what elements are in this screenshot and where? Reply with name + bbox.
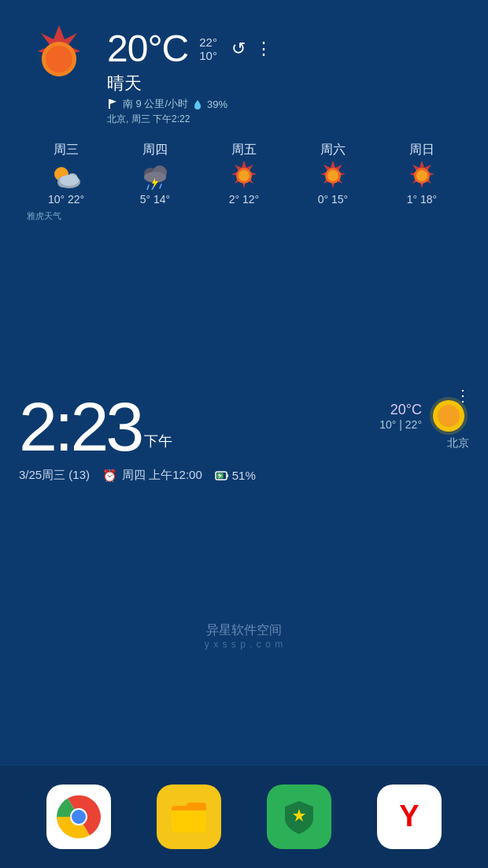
svg-point-30 [438,405,460,427]
svg-line-18 [160,184,161,188]
forecast-temp-2: 2° 12° [229,193,259,206]
forecast-icon-sunny-4 [405,161,439,190]
forecast-day-name-3: 周六 [320,142,346,158]
weather-high: 22° [199,35,217,49]
weather-widget: 20°C 22° 10° ↺ ⋮ 晴天 南 9 公里/小时 [24,24,464,222]
watermark-line1: 异星软件空间 [0,622,488,639]
weather-temp-row: 20°C 22° 10° ↺ ⋮ [107,27,464,70]
forecast-temp-1: 5° 14° [140,193,170,206]
clock-main-row: 2:23 下午 20°C 10° | 22° 北京 [19,386,469,462]
battery-icon [215,469,229,483]
forecast-row: 周三 10° 22° 周四 [24,142,464,206]
refresh-button[interactable]: ↺ [231,39,246,59]
forecast-icon-partly-cloudy [49,161,83,190]
alarm-time: 周四 上午12:00 [122,468,202,483]
weather-top: 20°C 22° 10° ↺ ⋮ 晴天 南 9 公里/小时 [24,24,464,126]
dock-files-icon[interactable] [157,785,221,849]
clock-battery: 51% [215,469,256,483]
forecast-day-name-4: 周日 [409,142,434,158]
svg-line-16 [147,185,149,190]
humidity-icon [193,98,202,109]
forecast-day-0: 周三 10° 22° [27,142,105,206]
clock-widget: ⋮ 2:23 下午 20°C 10° | 22° [19,386,469,483]
watermark: 异星软件空间 y x s s p . c o m [0,622,488,650]
forecast-day-4: 周日 1° 18° [383,142,461,206]
forecast-day-1: 周四 5° 14° [116,142,194,206]
clock-date: 3/25周三 (13) [19,468,90,483]
weather-hi-lo: 22° 10° [199,35,217,62]
forecast-day-name-1: 周四 [142,142,168,158]
weather-low: 10° [199,49,217,62]
forecast-day-name-2: 周五 [231,142,257,158]
wind-speed: 南 9 公里/小时 [123,97,188,111]
svg-rect-32 [227,474,228,477]
battery-percent: 51% [232,469,256,482]
dock-security-icon[interactable] [267,785,331,849]
forecast-temp-3: 0° 15° [318,193,348,206]
forecast-icon-thunder [138,161,172,190]
weather-location-time: 北京, 周三 下午2:22 [107,113,464,126]
weather-condition: 晴天 [107,72,464,95]
clock-weather-range: 10° | 22° [379,418,422,431]
weather-main-temp: 20°C [107,27,188,70]
clock-weather-temp: 20°C [379,402,422,418]
clock-more-button[interactable]: ⋮ [455,386,469,405]
clock-city: 北京 [447,436,469,451]
forecast-temp-0: 10° 22° [48,193,84,206]
svg-point-24 [327,170,338,181]
clock-alarm: ⏰ 周四 上午12:00 [102,468,202,483]
forecast-day-name-0: 周三 [54,142,79,158]
svg-point-36 [72,810,86,824]
clock-ampm: 下午 [144,432,172,451]
watermark-line2: y x s s p . c o m [0,639,488,650]
alarm-icon: ⏰ [102,469,117,483]
svg-marker-5 [110,99,116,104]
svg-rect-4 [109,99,110,109]
forecast-temp-4: 1° 18° [407,193,437,206]
clock-temp-group: 20°C 10° | 22° [379,402,422,431]
weather-info: 20°C 22° 10° ↺ ⋮ 晴天 南 9 公里/小时 [107,24,464,126]
forecast-icon-sunny-2 [227,161,261,190]
svg-line-17 [152,187,153,190]
svg-point-3 [46,46,72,72]
yahoo-label: 雅虎天气 [27,210,464,222]
forecast-icon-sunny-3 [316,161,350,190]
dock-yandex-icon[interactable]: Y [377,785,442,849]
wind-flag-icon [107,98,118,109]
svg-text:Y: Y [399,799,419,833]
clock-time-display: 2:23 [19,392,141,462]
weather-controls: ↺ ⋮ [231,39,271,59]
dock: Y [0,766,488,868]
svg-point-21 [238,170,250,181]
forecast-day-2: 周五 2° 12° [205,142,283,206]
svg-point-11 [60,175,79,186]
sun-icon [24,24,94,98]
clock-details-row: 3/25周三 (13) ⏰ 周四 上午12:00 51% [19,468,469,483]
dock-chrome-icon[interactable] [46,785,111,849]
weather-more-button[interactable]: ⋮ [255,39,271,59]
clock-time-group: 2:23 下午 [19,386,172,462]
weather-wind: 南 9 公里/小时 39% [107,97,464,111]
svg-point-27 [416,170,427,181]
humidity: 39% [207,98,227,110]
forecast-day-3: 周六 0° 15° [294,142,372,206]
